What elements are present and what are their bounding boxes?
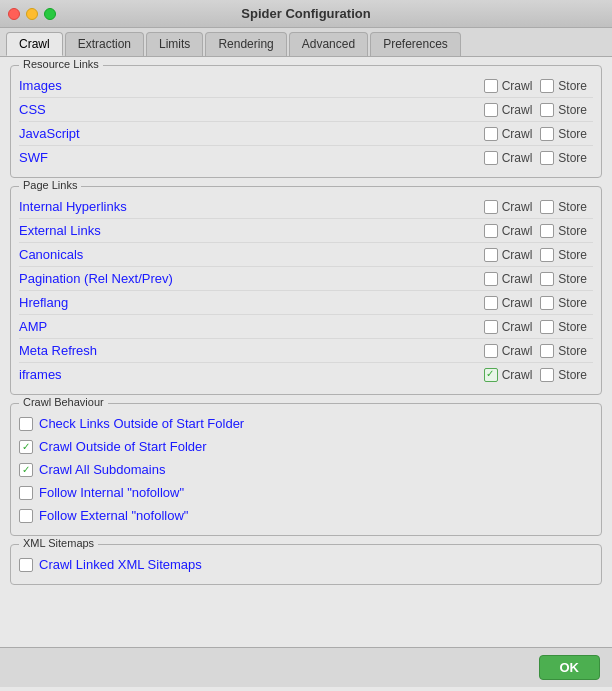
page-links-content: Internal Hyperlinks Crawl Store External…	[19, 195, 593, 386]
table-row: CSS Crawl Store	[19, 98, 593, 122]
external-links-store-checkbox[interactable]	[540, 224, 554, 238]
canonicals-crawl-checkbox[interactable]	[484, 248, 498, 262]
crawl-linked-xml-sitemaps-label: Crawl Linked XML Sitemaps	[39, 557, 202, 572]
table-row: Images Crawl Store	[19, 74, 593, 98]
tab-preferences[interactable]: Preferences	[370, 32, 461, 56]
crawl-store-iframes: Crawl Store	[484, 368, 593, 382]
meta-refresh-crawl-checkbox[interactable]	[484, 344, 498, 358]
close-button[interactable]	[8, 8, 20, 20]
list-item: Check Links Outside of Start Folder	[19, 412, 593, 435]
minimize-button[interactable]	[26, 8, 38, 20]
tab-advanced[interactable]: Advanced	[289, 32, 368, 56]
list-item: ✓ Crawl Outside of Start Folder	[19, 435, 593, 458]
external-links-crawl-checkbox[interactable]	[484, 224, 498, 238]
follow-external-nofollow-checkbox[interactable]	[19, 509, 33, 523]
css-crawl-checkbox[interactable]	[484, 103, 498, 117]
javascript-store-label: Store	[558, 127, 587, 141]
table-row: Hreflang Crawl Store	[19, 291, 593, 315]
resource-label-pagination: Pagination (Rel Next/Prev)	[19, 271, 484, 286]
crawl-behaviour-title: Crawl Behaviour	[19, 396, 108, 408]
crawl-behaviour-section: Crawl Behaviour Check Links Outside of S…	[10, 403, 602, 536]
pagination-crawl-checkbox[interactable]	[484, 272, 498, 286]
crawl-outside-checkbox[interactable]: ✓	[19, 440, 33, 454]
traffic-lights	[8, 8, 56, 20]
list-item: Follow External "nofollow"	[19, 504, 593, 527]
check-links-outside-checkbox[interactable]	[19, 417, 33, 431]
javascript-crawl-label: Crawl	[502, 127, 533, 141]
table-row: Meta Refresh Crawl Store	[19, 339, 593, 363]
xml-sitemaps-title: XML Sitemaps	[19, 537, 98, 549]
list-item: ✓ Crawl All Subdomains	[19, 458, 593, 481]
page-links-title: Page Links	[19, 179, 81, 191]
follow-external-nofollow-label: Follow External "nofollow"	[39, 508, 188, 523]
pagination-store-checkbox[interactable]	[540, 272, 554, 286]
xml-sitemaps-section: XML Sitemaps Crawl Linked XML Sitemaps	[10, 544, 602, 585]
resource-label-javascript: JavaScript	[19, 126, 484, 141]
javascript-crawl-checkbox[interactable]	[484, 127, 498, 141]
css-crawl-label: Crawl	[502, 103, 533, 117]
crawl-store-javascript: Crawl Store	[484, 127, 593, 141]
crawl-outside-label: Crawl Outside of Start Folder	[39, 439, 207, 454]
window-title: Spider Configuration	[241, 6, 370, 21]
meta-refresh-store-checkbox[interactable]	[540, 344, 554, 358]
amp-store-checkbox[interactable]	[540, 320, 554, 334]
main-content: Resource Links Images Crawl Store CSS Cr…	[0, 57, 612, 647]
table-row: SWF Crawl Store	[19, 146, 593, 169]
tab-rendering[interactable]: Rendering	[205, 32, 286, 56]
resource-label-external-links: External Links	[19, 223, 484, 238]
table-row: Internal Hyperlinks Crawl Store	[19, 195, 593, 219]
swf-crawl-checkbox[interactable]	[484, 151, 498, 165]
iframes-crawl-checkbox[interactable]	[484, 368, 498, 382]
crawl-store-css: Crawl Store	[484, 103, 593, 117]
crawl-store-internal-hyperlinks: Crawl Store	[484, 200, 593, 214]
internal-hyperlinks-store-checkbox[interactable]	[540, 200, 554, 214]
crawl-store-meta-refresh: Crawl Store	[484, 344, 593, 358]
images-crawl-label: Crawl	[502, 79, 533, 93]
swf-store-label: Store	[558, 151, 587, 165]
resource-label-internal-hyperlinks: Internal Hyperlinks	[19, 199, 484, 214]
table-row: JavaScript Crawl Store	[19, 122, 593, 146]
maximize-button[interactable]	[44, 8, 56, 20]
tab-extraction[interactable]: Extraction	[65, 32, 144, 56]
crawl-all-subdomains-checkbox[interactable]: ✓	[19, 463, 33, 477]
crawl-linked-xml-sitemaps-checkbox[interactable]	[19, 558, 33, 572]
tab-crawl[interactable]: Crawl	[6, 32, 63, 56]
crawl-store-images: Crawl Store	[484, 79, 593, 93]
images-store-label: Store	[558, 79, 587, 93]
follow-internal-nofollow-checkbox[interactable]	[19, 486, 33, 500]
hreflang-store-checkbox[interactable]	[540, 296, 554, 310]
internal-hyperlinks-crawl-checkbox[interactable]	[484, 200, 498, 214]
table-row: iframes Crawl Store	[19, 363, 593, 386]
resource-links-section: Resource Links Images Crawl Store CSS Cr…	[10, 65, 602, 178]
resource-label-swf: SWF	[19, 150, 484, 165]
images-store-checkbox[interactable]	[540, 79, 554, 93]
canonicals-store-checkbox[interactable]	[540, 248, 554, 262]
page-links-section: Page Links Internal Hyperlinks Crawl Sto…	[10, 186, 602, 395]
footer: OK	[0, 647, 612, 687]
follow-internal-nofollow-label: Follow Internal "nofollow"	[39, 485, 184, 500]
crawl-all-subdomains-label: Crawl All Subdomains	[39, 462, 165, 477]
table-row: AMP Crawl Store	[19, 315, 593, 339]
crawl-store-swf: Crawl Store	[484, 151, 593, 165]
crawl-store-hreflang: Crawl Store	[484, 296, 593, 310]
resource-label-amp: AMP	[19, 319, 484, 334]
amp-crawl-checkbox[interactable]	[484, 320, 498, 334]
hreflang-crawl-checkbox[interactable]	[484, 296, 498, 310]
images-crawl-checkbox[interactable]	[484, 79, 498, 93]
crawl-store-pagination: Crawl Store	[484, 272, 593, 286]
crawl-behaviour-content: Check Links Outside of Start Folder ✓ Cr…	[19, 412, 593, 527]
css-store-checkbox[interactable]	[540, 103, 554, 117]
resource-label-hreflang: Hreflang	[19, 295, 484, 310]
swf-store-checkbox[interactable]	[540, 151, 554, 165]
ok-button[interactable]: OK	[539, 655, 601, 680]
css-store-label: Store	[558, 103, 587, 117]
table-row: Canonicals Crawl Store	[19, 243, 593, 267]
swf-crawl-label: Crawl	[502, 151, 533, 165]
table-row: External Links Crawl Store	[19, 219, 593, 243]
iframes-store-checkbox[interactable]	[540, 368, 554, 382]
tabs-bar: Crawl Extraction Limits Rendering Advanc…	[0, 28, 612, 57]
javascript-store-checkbox[interactable]	[540, 127, 554, 141]
list-item: Follow Internal "nofollow"	[19, 481, 593, 504]
table-row: Pagination (Rel Next/Prev) Crawl Store	[19, 267, 593, 291]
tab-limits[interactable]: Limits	[146, 32, 203, 56]
